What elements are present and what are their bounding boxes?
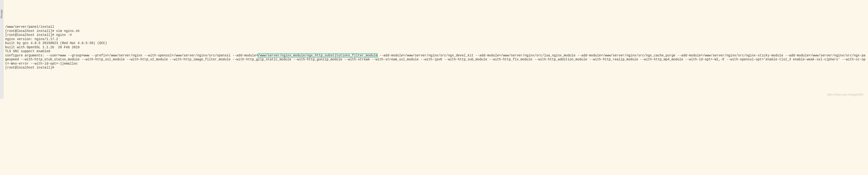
sidebar-tab[interactable]: Manager	[0, 0, 3, 99]
tls-sni: TLS SNI support enabled	[5, 49, 50, 53]
command-vim: vim nginx.sh	[56, 29, 80, 33]
watermark: https://blog.csdn.net/ygd1994	[827, 93, 863, 97]
sidebar-tab-label: Manager	[0, 8, 3, 19]
built-with: built with OpenSSL 1.1.1b 26 Feb 2019	[5, 45, 80, 49]
built-by: built by gcc 4.8.5 20150623 (Red Hat 4.8…	[5, 41, 107, 45]
command-nginx-v: nginx -V	[56, 33, 72, 37]
prompt: [root@localhost install]#	[5, 29, 56, 33]
prompt: [root@localhost install]#	[5, 66, 54, 69]
nginx-version: nginx version: nginx/1.17.2	[5, 37, 58, 41]
configure-pre: configure arguments: --user=www --group=…	[5, 54, 258, 57]
cwd-line: /www/server/panel/install	[5, 25, 54, 29]
terminal-output: /www/server/panel/install [root@localhos…	[4, 25, 866, 70]
highlighted-module-path: /www/server/nginx_module/ngx_http_substi…	[258, 54, 377, 57]
prompt: [root@localhost install]#	[5, 33, 56, 37]
